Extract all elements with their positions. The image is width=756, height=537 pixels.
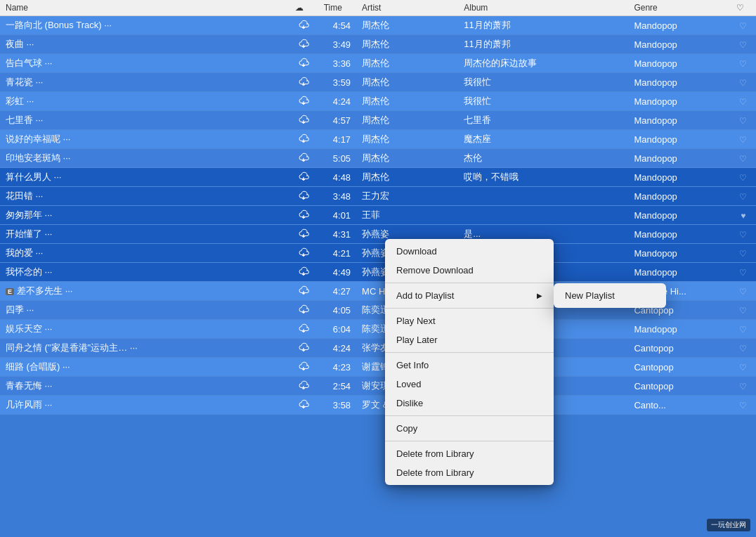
menu-new-playlist[interactable]: New Playlist bbox=[554, 286, 666, 305]
menu-sep-3 bbox=[385, 352, 554, 353]
menu-delete-library-2[interactable]: Delete from Library bbox=[385, 463, 554, 482]
menu-sep-1 bbox=[385, 283, 554, 283]
menu-play-next[interactable]: Play Next bbox=[385, 311, 554, 330]
menu-download[interactable]: Download bbox=[385, 242, 554, 261]
menu-sep-5 bbox=[385, 441, 554, 441]
menu-play-later[interactable]: Play Later bbox=[385, 330, 554, 349]
menu-add-to-playlist-label: Add to Playlist bbox=[396, 290, 454, 301]
submenu-playlist: New Playlist bbox=[554, 283, 666, 308]
menu-remove-download[interactable]: Remove Download bbox=[385, 261, 554, 280]
menu-sep-2 bbox=[385, 308, 554, 309]
context-menu: Download Remove Download Add to Playlist… bbox=[385, 239, 554, 485]
menu-add-to-playlist[interactable]: Add to Playlist New Playlist bbox=[385, 286, 554, 305]
context-menu-overlay[interactable]: Download Remove Download Add to Playlist… bbox=[0, 0, 756, 537]
menu-dislike[interactable]: Dislike bbox=[385, 394, 554, 413]
menu-get-info[interactable]: Get Info bbox=[385, 356, 554, 375]
menu-copy[interactable]: Copy bbox=[385, 419, 554, 438]
menu-loved[interactable]: Loved bbox=[385, 375, 554, 394]
menu-sep-4 bbox=[385, 415, 554, 416]
menu-delete-library-1[interactable]: Delete from Library bbox=[385, 444, 554, 463]
